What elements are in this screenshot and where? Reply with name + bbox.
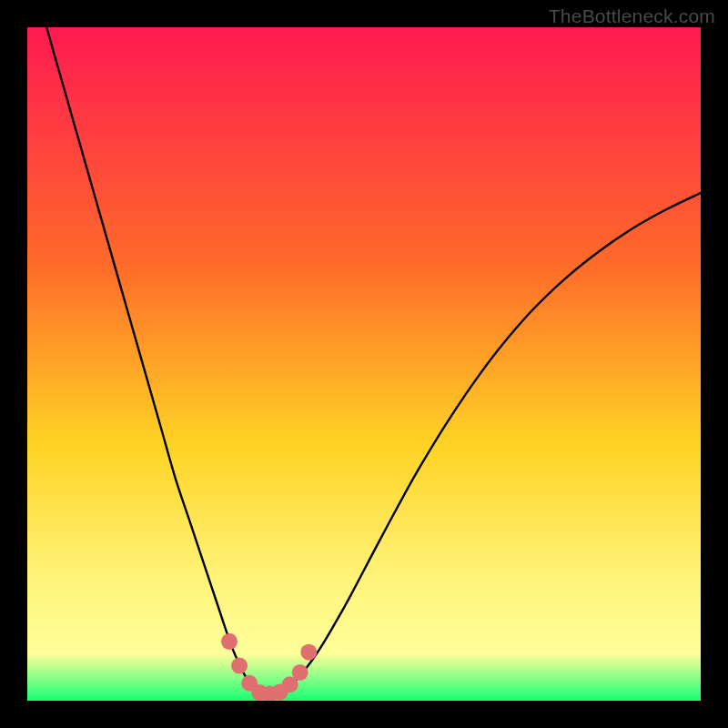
watermark-text: TheBottleneck.com — [549, 5, 715, 27]
curve-marker — [221, 633, 238, 650]
bottleneck-chart — [27, 27, 701, 701]
curve-marker — [300, 644, 317, 661]
curve-marker — [231, 658, 248, 674]
gradient-background — [27, 27, 701, 701]
curve-marker — [292, 664, 308, 681]
plot-area — [27, 27, 701, 701]
chart-stage: TheBottleneck.com — [0, 0, 728, 728]
